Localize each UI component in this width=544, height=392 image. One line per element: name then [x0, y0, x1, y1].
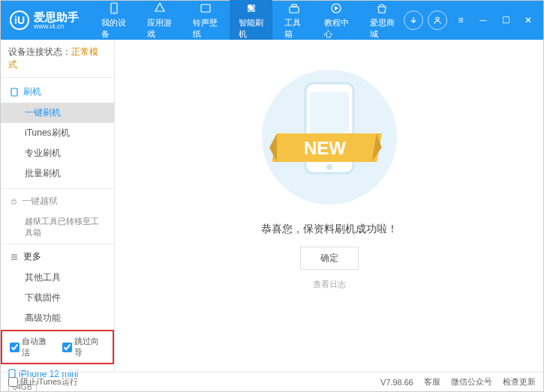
logo-url: www.i4.cn: [34, 22, 79, 30]
confirm-button[interactable]: 确定: [300, 247, 359, 270]
nav-apps[interactable]: 应用游戏: [138, 0, 181, 44]
sidebar: 设备连接状态：正常模式 刷机 一键刷机 iTunes刷机 专业刷机 批量刷机 一…: [1, 40, 115, 372]
footer-service[interactable]: 客服: [424, 376, 440, 388]
checkbox-skip-guide[interactable]: 跳过向导: [62, 336, 106, 358]
body: 设备连接状态：正常模式 刷机 一键刷机 iTunes刷机 专业刷机 批量刷机 一…: [1, 40, 543, 372]
logo: iU 爱思助手 www.i4.cn: [10, 10, 79, 30]
options-highlight: 自动激活 跳过向导: [1, 330, 114, 364]
sidebar-item-jailbreak[interactable]: 一键越狱: [1, 190, 114, 212]
svg-point-14: [326, 164, 332, 170]
sidebar-section-more[interactable]: 更多: [1, 246, 114, 268]
minimize-button[interactable]: ─: [474, 11, 492, 29]
sidebar-item-batch[interactable]: 批量刷机: [1, 163, 114, 184]
flash-icon: [245, 1, 258, 15]
titlebar: iU 爱思助手 www.i4.cn 我的设备 应用游戏 铃声壁纸 智能刷机 工具…: [1, 1, 543, 40]
svg-rect-5: [292, 4, 296, 7]
cb-label: 阻止iTunes运行: [20, 376, 78, 388]
checkbox-block-itunes[interactable]: 阻止iTunes运行: [8, 376, 78, 388]
sidebar-item-advanced[interactable]: 高级功能: [1, 308, 114, 328]
footer-update[interactable]: 检查更新: [503, 376, 536, 388]
nav-label: 应用游戏: [147, 17, 172, 40]
menu-icon[interactable]: ≡: [452, 11, 470, 29]
maximize-button[interactable]: ☐: [497, 11, 515, 29]
sidebar-item-othertools[interactable]: 其他工具: [1, 268, 114, 288]
status-label: 设备连接状态：: [8, 46, 71, 57]
title-controls: ≡ ─ ☐ ✕: [404, 10, 537, 30]
nav-label: 工具箱: [284, 17, 303, 40]
jailbreak-label: 一键越狱: [22, 195, 58, 208]
nav-label: 铃声壁纸: [193, 17, 218, 40]
apps-icon: [153, 1, 167, 15]
sidebar-item-oneclick[interactable]: 一键刷机: [1, 103, 114, 123]
sidebar-item-pro[interactable]: 专业刷机: [1, 143, 114, 163]
nav-toolbox[interactable]: 工具箱: [275, 0, 312, 44]
nav-store[interactable]: 爱思商城: [361, 0, 404, 44]
download-button[interactable]: [404, 10, 423, 30]
nav-label: 教程中心: [324, 17, 349, 40]
section-label: 更多: [23, 250, 41, 263]
sidebar-item-itunes[interactable]: iTunes刷机: [1, 123, 114, 143]
lock-icon: [10, 197, 18, 205]
top-nav: 我的设备 应用游戏 铃声壁纸 智能刷机 工具箱 教程中心 爱思商城: [92, 0, 404, 44]
list-icon: [10, 253, 19, 262]
logo-brand: 爱思助手: [34, 11, 79, 22]
device-icon: [107, 1, 121, 15]
svg-point-1: [113, 11, 115, 13]
nav-tutorials[interactable]: 教程中心: [315, 0, 358, 44]
cb-label: 自动激活: [22, 336, 53, 358]
nav-label: 智能刷机: [239, 17, 263, 40]
svg-rect-9: [12, 201, 17, 205]
nav-label: 我的设备: [101, 17, 126, 40]
view-log-link[interactable]: 查看日志: [313, 279, 346, 290]
nav-ringtones[interactable]: 铃声壁纸: [184, 0, 227, 44]
nav-my-device[interactable]: 我的设备: [92, 0, 135, 44]
app-window: iU 爱思助手 www.i4.cn 我的设备 应用游戏 铃声壁纸 智能刷机 工具…: [0, 0, 544, 392]
wallpaper-icon: [199, 1, 212, 15]
footer-wechat[interactable]: 微信公众号: [451, 376, 492, 388]
success-message: 恭喜您，保资料刷机成功啦！: [261, 223, 398, 236]
version-label: V7.98.66: [380, 378, 413, 387]
section-label: 刷机: [23, 85, 41, 98]
user-button[interactable]: [428, 10, 447, 30]
nav-flash[interactable]: 智能刷机: [230, 0, 272, 44]
sidebar-item-firmware[interactable]: 下载固件: [1, 288, 114, 308]
tutorial-icon: [329, 1, 343, 15]
svg-rect-4: [290, 7, 299, 13]
svg-point-7: [436, 17, 439, 20]
connection-status: 设备连接状态：正常模式: [1, 40, 114, 78]
success-illustration: NEW: [247, 62, 412, 212]
nav-label: 爱思商城: [370, 17, 395, 40]
svg-rect-2: [201, 4, 210, 12]
footer: 阻止iTunes运行 V7.98.66 客服 微信公众号 检查更新: [1, 372, 543, 391]
close-button[interactable]: ✕: [519, 11, 537, 29]
svg-rect-8: [11, 88, 17, 96]
jailbreak-note: 越狱工具已转移至工具箱: [1, 212, 114, 242]
toolbox-icon: [287, 1, 301, 15]
logo-icon: iU: [10, 10, 29, 30]
store-icon: [375, 1, 389, 15]
sidebar-section-flash[interactable]: 刷机: [1, 81, 114, 103]
main-content: NEW 恭喜您，保资料刷机成功啦！ 确定 查看日志: [115, 40, 543, 372]
checkbox-auto-activate[interactable]: 自动激活: [10, 336, 53, 358]
new-badge: NEW: [304, 138, 346, 158]
cb-label: 跳过向导: [74, 336, 106, 358]
